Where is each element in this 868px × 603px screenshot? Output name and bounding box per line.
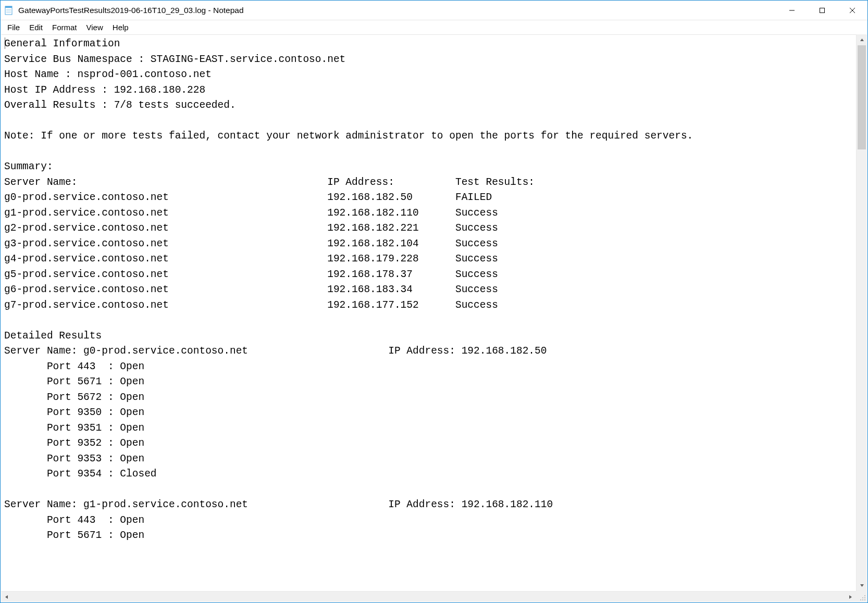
menu-file[interactable]: File	[3, 22, 24, 33]
svg-rect-1	[5, 6, 12, 8]
scroll-down-icon[interactable]	[857, 580, 867, 591]
title-bar: GatewayPortsTestResults2019-06-16T10_29_…	[1, 1, 867, 20]
menu-help[interactable]: Help	[108, 22, 133, 33]
svg-point-13	[862, 597, 863, 598]
vertical-scrollbar[interactable]	[856, 34, 867, 591]
svg-point-9	[864, 599, 865, 600]
close-button[interactable]	[837, 1, 867, 20]
menu-bar: File Edit Format View Help	[1, 20, 867, 34]
minimize-button[interactable]	[777, 1, 807, 20]
scroll-right-icon[interactable]	[845, 592, 856, 602]
scroll-up-icon[interactable]	[857, 34, 867, 45]
notepad-icon	[4, 5, 14, 16]
maximize-button[interactable]	[807, 1, 837, 20]
menu-view[interactable]: View	[82, 22, 108, 33]
resize-grip[interactable]	[856, 591, 867, 602]
menu-format[interactable]: Format	[47, 22, 82, 33]
scroll-left-icon[interactable]	[1, 592, 12, 602]
svg-point-14	[864, 595, 865, 596]
svg-point-12	[860, 599, 861, 600]
menu-edit[interactable]: Edit	[24, 22, 47, 33]
svg-rect-6	[820, 8, 825, 12]
editor-content[interactable]: General Information Service Bus Namespac…	[1, 35, 867, 602]
horizontal-scrollbar[interactable]	[1, 591, 856, 602]
svg-point-10	[862, 599, 863, 600]
svg-point-11	[864, 597, 865, 598]
vertical-scroll-thumb[interactable]	[858, 45, 866, 149]
editor-area[interactable]: General Information Service Bus Namespac…	[1, 34, 867, 602]
window-controls	[777, 1, 867, 20]
window-title: GatewayPortsTestResults2019-06-16T10_29_…	[18, 6, 777, 15]
